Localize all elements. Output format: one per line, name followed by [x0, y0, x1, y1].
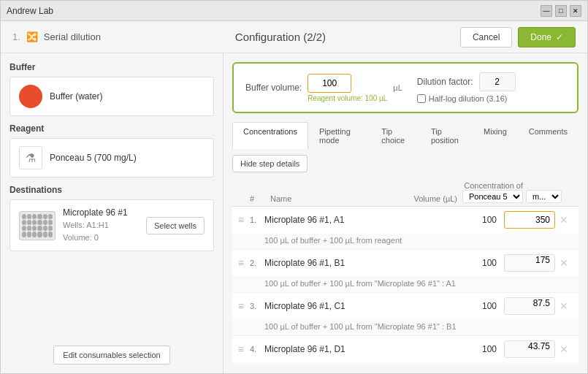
steps-section: Hide step details # Name Volume (µL) Con… [232, 155, 579, 365]
tab-pipetting-mode[interactable]: Pipetting mode [308, 122, 370, 149]
tab-concentrations[interactable]: Concentrations [232, 122, 308, 149]
buffer-volume-label: Buffer volume: [245, 83, 302, 93]
drag-handle-icon[interactable]: ≡ [238, 214, 250, 226]
table-row: ≡ 1. Microplate 96 #1, A1 100 ✕ 100 µL o… [232, 207, 579, 250]
reagent-card: ⚗ Ponceau 5 (700 mg/L) [9, 138, 214, 178]
app-window: Andrew Lab — □ ✕ 1. 🔀 Serial dilution Co… [0, 0, 588, 374]
header-actions: Cancel Done ✓ [460, 27, 576, 47]
buffer-volume-input[interactable] [308, 74, 351, 93]
step-name-3: Microplate 96 #1, C1 [264, 301, 446, 311]
plate-icon [19, 211, 56, 240]
destinations-section: Destinations Microplate 96 #1 Wells: A1:… [9, 185, 214, 251]
step-number-2: 2. [250, 259, 264, 267]
step-volume-2: 100 [446, 258, 504, 268]
wells-label: Wells: [63, 221, 85, 229]
destination-details: Wells: A1:H1 Volume: 0 [63, 219, 139, 243]
col-unit-header: m... [526, 190, 555, 203]
step-conc-input-1[interactable] [504, 211, 555, 229]
right-panel: Buffer volume: Reagent volume: 100 µL µL… [224, 53, 587, 373]
hide-step-details-button[interactable]: Hide step details [232, 155, 308, 172]
tab-comments[interactable]: Comments [518, 122, 579, 149]
col-name-header: Name [270, 194, 399, 203]
unit-select[interactable]: m... [526, 190, 562, 203]
half-log-row: Half-log dilution (3.16) [417, 94, 516, 103]
reagent-volume-hint: Reagent volume: 100 µL [308, 94, 387, 102]
buffer-name: Buffer (water) [50, 91, 102, 102]
dilution-factor-field: Dilution factor: [417, 72, 516, 91]
window-title: Andrew Lab [7, 6, 541, 16]
dilution-factor-input[interactable] [479, 72, 516, 91]
buffer-volume-wrapper: Reagent volume: 100 µL [308, 74, 387, 102]
half-log-checkbox[interactable] [417, 94, 426, 103]
left-panel: Buffer Buffer (water) Reagent ⚗ Ponceau … [1, 53, 224, 373]
minimize-button[interactable]: — [541, 5, 552, 17]
maximize-button[interactable]: □ [555, 5, 567, 17]
step-volume-3: 100 [446, 301, 504, 311]
select-wells-button[interactable]: Select wells [146, 217, 205, 234]
reagent-name: Ponceau 5 (700 mg/L) [50, 153, 137, 163]
step-description-2: 100 µL of buffer + 100 µL from "Micropla… [232, 276, 579, 292]
step-description-1: 100 µL of buffer + 100 µL from reagent [232, 233, 579, 249]
tab-mixing[interactable]: Mixing [473, 122, 518, 149]
step-main-row: ≡ 4. Microplate 96 #1, D1 100 43.75 ✕ [232, 336, 579, 362]
step-main-row: ≡ 1. Microplate 96 #1, A1 100 ✕ [232, 207, 579, 233]
edit-consumables-button[interactable]: Edit consumables selection [53, 346, 169, 365]
page-title: Configuration (2/2) [101, 31, 460, 43]
buffer-volume-unit: µL [393, 83, 402, 92]
step-conc-value-2: 175 [504, 254, 555, 272]
step-number-1: 1. [250, 215, 264, 224]
step-name-2: Microplate 96 #1, B1 [264, 258, 446, 268]
destinations-section-title: Destinations [9, 185, 214, 195]
delete-step-1-button[interactable]: ✕ [555, 214, 573, 226]
step-name: Serial dilution [44, 31, 101, 42]
tab-tip-position[interactable]: Tip position [420, 122, 473, 149]
drag-handle-icon[interactable]: ≡ [238, 257, 250, 269]
header-bar: 1. 🔀 Serial dilution Configuration (2/2)… [1, 21, 587, 53]
tab-tip-choice[interactable]: Tip choice [370, 122, 420, 149]
delete-step-3-button[interactable]: ✕ [555, 300, 573, 312]
buffer-card: Buffer (water) [9, 77, 214, 116]
destination-info: Microplate 96 #1 Wells: A1:H1 Volume: 0 [63, 207, 139, 243]
destination-name: Microplate 96 #1 [63, 207, 139, 218]
done-checkmark-icon: ✓ [556, 32, 563, 42]
step-number-4: 4. [250, 345, 264, 354]
concentration-of-label: Concentration of [457, 181, 523, 190]
step-main-row: ≡ 3. Microplate 96 #1, C1 100 87.5 ✕ [232, 293, 579, 319]
serial-dilution-icon: 🔀 [25, 30, 39, 45]
step-description-3: 100 µL of buffer + 100 µL from "Micropla… [232, 319, 579, 335]
dilution-factor-label: Dilution factor: [417, 77, 473, 87]
destination-card: Microplate 96 #1 Wells: A1:H1 Volume: 0 … [9, 199, 214, 251]
delete-step-4-button[interactable]: ✕ [555, 343, 573, 355]
step-number: 1. [12, 31, 20, 42]
step-conc-value-4: 43.75 [504, 340, 555, 358]
buffer-section: Buffer Buffer (water) [9, 62, 214, 116]
tabs-bar: Concentrations Pipetting mode Tip choice… [232, 122, 579, 149]
volume-value: 0 [94, 233, 99, 242]
table-row: ≡ 4. Microplate 96 #1, D1 100 43.75 ✕ 10… [232, 336, 579, 365]
dilution-factor-section: Dilution factor: Half-log dilution (3.16… [417, 72, 516, 103]
step-description-4: 100 µL of buffer + 100 µL from "Micropla… [232, 362, 579, 365]
volume-label: Volume: [63, 233, 92, 242]
close-button[interactable]: ✕ [570, 5, 581, 17]
concentration-reagent-select[interactable]: Ponceau 5 [462, 190, 523, 203]
drag-handle-icon[interactable]: ≡ [238, 300, 250, 312]
titlebar: Andrew Lab — □ ✕ [1, 1, 587, 21]
step-main-row: ≡ 2. Microplate 96 #1, B1 100 175 ✕ [232, 250, 579, 276]
drag-handle-icon[interactable]: ≡ [238, 343, 250, 355]
buffer-section-title: Buffer [9, 62, 214, 72]
delete-step-2-button[interactable]: ✕ [555, 257, 573, 269]
done-button[interactable]: Done ✓ [518, 27, 576, 47]
config-box: Buffer volume: Reagent volume: 100 µL µL… [232, 62, 579, 113]
reagent-section-title: Reagent [9, 123, 214, 134]
step-volume-1: 100 [446, 215, 504, 225]
col-conc-header: Concentration of Ponceau 5 [457, 181, 526, 203]
buffer-volume-field: Buffer volume: Reagent volume: 100 µL µL [245, 74, 402, 102]
step-label: 1. 🔀 Serial dilution [12, 30, 101, 45]
step-number-3: 3. [250, 302, 264, 310]
col-volume-header: Volume (µL) [399, 194, 457, 203]
step-name-1: Microplate 96 #1, A1 [264, 215, 446, 225]
step-volume-4: 100 [446, 344, 504, 354]
wells-value: A1:H1 [86, 221, 109, 229]
table-row: ≡ 2. Microplate 96 #1, B1 100 175 ✕ 100 … [232, 250, 579, 293]
cancel-button[interactable]: Cancel [460, 27, 512, 47]
